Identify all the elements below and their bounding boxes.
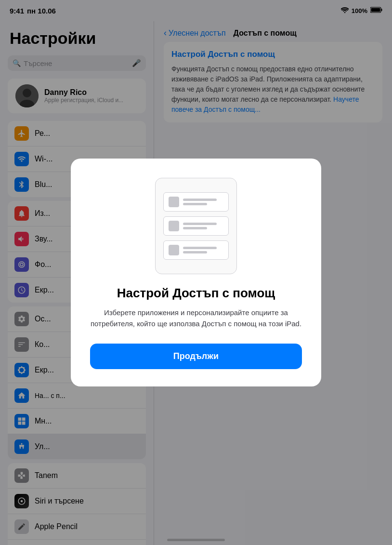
modal-title: Настрой Достъп с помощ <box>117 286 275 301</box>
ill-line <box>183 223 217 225</box>
ill-row-2 <box>163 216 229 236</box>
ill-line <box>183 203 207 205</box>
continue-button[interactable]: Продължи <box>90 344 302 369</box>
ill-row-1 <box>163 192 229 212</box>
modal-description: Изберете приложения и персонализирайте о… <box>90 307 302 329</box>
ill-row-3 <box>163 240 229 260</box>
modal-illustration <box>155 178 237 274</box>
ill-line <box>183 199 217 201</box>
ill-icon-3 <box>169 245 179 255</box>
modal-overlay: Настрой Достъп с помощ Изберете приложен… <box>0 0 392 545</box>
modal-dialog: Настрой Достъп с помощ Изберете приложен… <box>71 159 321 386</box>
ill-line <box>183 251 207 253</box>
ill-icon-2 <box>169 221 179 231</box>
ill-icon-1 <box>169 197 179 207</box>
ill-line <box>183 247 217 249</box>
home-indicator <box>167 539 225 541</box>
ill-line <box>183 227 207 229</box>
